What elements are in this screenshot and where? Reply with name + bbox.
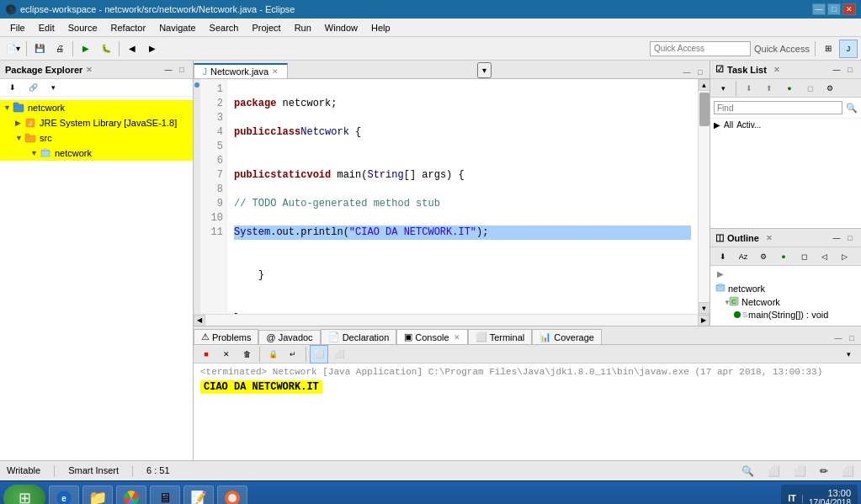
start-button[interactable]: ⊞	[3, 485, 45, 505]
forward-button[interactable]: ▶	[143, 40, 162, 58]
bottom-maximize[interactable]: □	[846, 332, 858, 344]
outline-tb7[interactable]: ▷	[835, 247, 853, 266]
task-new-button[interactable]: ▾	[714, 79, 732, 98]
java-perspective[interactable]: J	[839, 40, 858, 58]
new-console-button[interactable]: ⬜	[330, 345, 348, 363]
scroll-up-button[interactable]: ▲	[699, 79, 710, 91]
outline-maximize[interactable]: □	[844, 232, 856, 244]
collapse-all-button[interactable]: ⬇	[3, 81, 22, 94]
maximize-button[interactable]: □	[827, 3, 841, 15]
outline-tb8[interactable]: ≡	[855, 247, 861, 266]
minimize-button[interactable]: —	[812, 3, 826, 15]
title-bar-text: 🌑 eclipse-workspace - netcwork/src/netcw…	[5, 4, 295, 15]
outline-tb4[interactable]: ●	[774, 247, 793, 266]
tab-coverage[interactable]: 📊 Coverage	[532, 329, 602, 344]
tree-item-src[interactable]: ▼ src	[0, 130, 193, 146]
run-button[interactable]: ▶	[77, 40, 95, 58]
outline-tb6[interactable]: ◁	[815, 247, 833, 266]
taskbar-ie-button[interactable]: e	[49, 485, 79, 505]
tree-item-netcwork-package[interactable]: ▼ netcwork	[0, 146, 193, 161]
tree-item-jre[interactable]: ▶ J JRE System Library [JavaSE-1.8]	[0, 115, 193, 130]
outline-tb1[interactable]: ⬇	[714, 247, 732, 266]
outline-tb2[interactable]: Az	[734, 247, 752, 266]
tab-console[interactable]: ▣ Console ✕	[396, 329, 467, 344]
task-toolbar-btn5[interactable]: ⚙	[821, 79, 839, 98]
menu-run[interactable]: Run	[288, 21, 318, 34]
save-button[interactable]: 💾	[30, 40, 49, 58]
menu-refactor[interactable]: Refactor	[104, 21, 153, 34]
menu-help[interactable]: Help	[364, 21, 397, 34]
tab-problems[interactable]: ⚠ Problems	[194, 329, 258, 344]
editor-tab-netcwork[interactable]: J Netcwork.java ✕	[194, 63, 288, 78]
minimize-panel-button[interactable]: —	[162, 64, 174, 76]
quick-access-input[interactable]	[650, 41, 751, 56]
menu-file[interactable]: File	[3, 21, 32, 34]
tab-declaration[interactable]: 📄 Declaration	[321, 329, 397, 344]
package-label: netcwork	[55, 148, 92, 158]
task-list-close-icon[interactable]: ✕	[773, 66, 780, 74]
bottom-minimize[interactable]: —	[832, 332, 844, 344]
task-toolbar-btn1[interactable]: ⬇	[740, 79, 758, 98]
taskbar-monitor-button[interactable]: 🖥	[150, 485, 180, 505]
package-explorer-close-icon[interactable]: ✕	[86, 66, 93, 74]
scroll-lock-button[interactable]: 🔒	[263, 345, 282, 363]
clear-console-button[interactable]: 🗑	[237, 345, 256, 363]
task-find-input[interactable]	[714, 101, 842, 114]
word-wrap-button[interactable]: ↵	[284, 345, 302, 363]
back-button[interactable]: ◀	[123, 40, 141, 58]
task-toolbar-btn4[interactable]: ◻	[800, 79, 819, 98]
all-filter-button[interactable]: All	[724, 120, 733, 130]
remove-launched-button[interactable]: ✕	[217, 345, 236, 363]
view-menu-button[interactable]: ▾	[44, 81, 62, 94]
outline-tb3[interactable]: ⚙	[754, 247, 773, 266]
close-button[interactable]: ✕	[842, 3, 856, 15]
menu-search[interactable]: Search	[203, 21, 246, 34]
debug-button[interactable]: 🐛	[97, 40, 115, 58]
taskbar-chrome-button[interactable]	[116, 485, 146, 505]
editor-vertical-scrollbar[interactable]: ▲ ▼	[698, 79, 710, 314]
outline-tb5[interactable]: ◻	[795, 247, 813, 266]
perspective-button[interactable]: ⊞	[819, 40, 837, 58]
bottom-tab-bar: ⚠ Problems @ Javadoc 📄 Declaration ▣ Con…	[194, 326, 861, 345]
terminate-button[interactable]: ■	[197, 345, 215, 363]
outline-class[interactable]: ▼ C Netcwork	[714, 295, 858, 309]
code-editor[interactable]: package netcwork; public class Netcwork …	[227, 79, 698, 314]
tab-close-icon[interactable]: ✕	[272, 67, 279, 76]
scroll-right-button[interactable]: ▶	[698, 315, 710, 326]
task-list-minimize[interactable]: —	[831, 64, 842, 76]
javadoc-icon: @	[266, 332, 275, 342]
editor-horizontal-scrollbar[interactable]: ◀ ▶	[194, 314, 710, 326]
taskbar-eclipse-button[interactable]	[217, 485, 247, 505]
editor-tab-scroll-button[interactable]: ▾	[477, 62, 492, 78]
tree-item-netcwork-project[interactable]: ▼ netcwork	[0, 100, 193, 115]
outline-minimize[interactable]: —	[831, 232, 842, 244]
outline-package[interactable]: netcwork	[714, 282, 858, 295]
console-tab-close[interactable]: ✕	[454, 333, 460, 342]
new-button[interactable]: 📄▾	[3, 40, 23, 58]
activ-filter-button[interactable]: Activ...	[736, 120, 761, 130]
menu-project[interactable]: Project	[245, 21, 287, 34]
scroll-left-button[interactable]: ◀	[194, 315, 205, 326]
menu-source[interactable]: Source	[61, 21, 104, 34]
task-list-maximize[interactable]: □	[844, 64, 856, 76]
task-toolbar-btn3[interactable]: ●	[780, 79, 799, 98]
menu-edit[interactable]: Edit	[32, 21, 61, 34]
outline-close-icon[interactable]: ✕	[766, 234, 773, 242]
scroll-down-button[interactable]: ▼	[699, 302, 710, 314]
link-editor-button[interactable]: 🔗	[24, 81, 42, 94]
tab-javadoc[interactable]: @ Javadoc	[258, 330, 320, 344]
tab-terminal[interactable]: ⬜ Terminal	[468, 329, 533, 344]
menu-navigate[interactable]: Navigate	[152, 21, 202, 34]
taskbar-word-button[interactable]: 📝	[183, 485, 214, 505]
print-button[interactable]: 🖨	[50, 40, 69, 58]
menu-window[interactable]: Window	[318, 21, 364, 34]
task-toolbar-btn2[interactable]: ⬆	[760, 79, 779, 98]
taskbar-folder-button[interactable]: 📁	[82, 485, 113, 505]
open-console-button[interactable]: ⬜	[310, 345, 328, 363]
maximize-panel-button[interactable]: □	[176, 64, 188, 76]
console-menu-button[interactable]: ▾	[839, 345, 858, 363]
outline-method[interactable]: S main(String[]) : void	[714, 309, 858, 321]
editor-maximize-button[interactable]: □	[694, 66, 706, 78]
editor-minimize-button[interactable]: —	[681, 66, 693, 78]
scroll-thumb[interactable]	[699, 93, 710, 126]
